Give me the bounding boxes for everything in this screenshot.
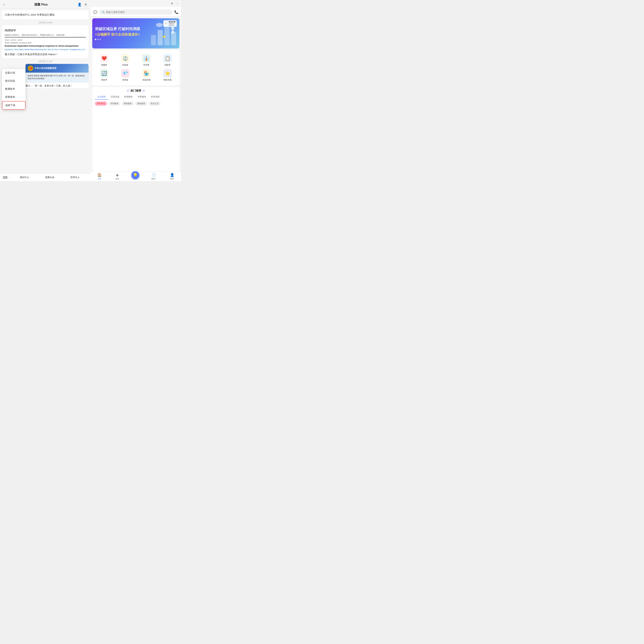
nature-logo: nature xyxy=(5,28,86,33)
menu-item-lecture[interactable]: 讲座发布 xyxy=(2,93,25,101)
service-item-0[interactable]: ❤️ 找服务 xyxy=(94,53,115,68)
right-nav-discover[interactable]: ◈ 发现 xyxy=(114,173,120,180)
service-icon-topic: ⭐ xyxy=(163,69,172,77)
nature-inner: nature Explore content ∨ About the journ… xyxy=(2,25,89,59)
phone-icon[interactable]: 📞 xyxy=(174,10,178,14)
search-icon: 🔍 xyxy=(102,11,105,13)
close-icon[interactable]: ✕ xyxy=(84,3,87,7)
service-icon-expert: 👔 xyxy=(142,54,151,63)
service-label-1: 找设备 xyxy=(122,64,128,66)
service-label-6: 优选店铺 xyxy=(142,78,150,81)
article-meta: Article | Published: 19 January 2022 xyxy=(5,42,86,44)
menu-item-instrument[interactable]: 仪器介绍 xyxy=(2,69,25,77)
left-bottom-bar: ⌨ 测试中心 国重头条 双带头人 xyxy=(0,174,91,181)
svg-rect-3 xyxy=(171,32,176,45)
domain-badge-0[interactable]: 服务领域 xyxy=(95,101,107,106)
service-icon-equipment: ⚖️ xyxy=(121,54,129,63)
popup-menu: 仪器介绍 前沿信息 检测技术 讲座发布 送样下单 xyxy=(2,69,25,110)
left-header: ‹ 国重 Plus 👤 ✕ xyxy=(0,0,91,9)
hot-deco-left: /// xyxy=(127,89,129,92)
svg-rect-1 xyxy=(158,30,163,45)
search-bar[interactable]: 🔍 xyxy=(99,9,173,15)
nature-nav: Explore content ∨ About the journal ∨ Pu… xyxy=(5,34,86,37)
hot-deco-right: /// xyxy=(143,89,145,92)
domain-badge-3[interactable]: 版权服务 xyxy=(135,101,147,106)
nature-nav-subscribe[interactable]: Subscribe xyxy=(56,34,65,36)
edu-card[interactable]: 🔴 中华人民共和国教育部 教育部 财政部 国家发展改革委 关于公布第二轮「双一流… xyxy=(25,64,89,83)
right-nav-policy[interactable]: 📄 政策+ xyxy=(150,173,157,180)
menu-item-frontier[interactable]: 前沿信息 xyxy=(2,77,25,85)
right-nav-home[interactable]: 🏠 首页 xyxy=(96,173,103,180)
search-input[interactable] xyxy=(106,11,170,13)
breadcrumb: nature › articles › article xyxy=(5,39,86,41)
service-item-5[interactable]: 💎 找资金 xyxy=(115,68,136,83)
left-header-right-icons: 👤 ✕ xyxy=(77,3,87,7)
service-item-1[interactable]: ⚖️ 找设备 xyxy=(115,53,136,68)
notice-card-text: 江南大学分析测试中心 2022 年寒假运行通知 xyxy=(5,13,86,17)
hot-tab-tech[interactable]: 科技成果 xyxy=(149,94,162,100)
right-more-icon[interactable]: ··· xyxy=(176,2,178,5)
bottom-nav-double-lead[interactable]: 双带头人 xyxy=(70,176,80,179)
right-close-icon[interactable]: ✕ xyxy=(171,2,173,5)
edu-header-title: 中华人民共和国教育部 xyxy=(35,67,56,70)
discover-label: 发现 xyxy=(115,178,119,180)
service-label-5: 找资金 xyxy=(122,78,128,81)
svg-point-7 xyxy=(163,22,169,26)
bottom-nav-test-center[interactable]: 测试中心 xyxy=(20,176,29,179)
bottom-nav-items: 测试中心 国重头条 双带头人 xyxy=(12,176,88,179)
service-label-3: 找政策 xyxy=(165,64,171,66)
hot-tab-expert[interactable]: 专家服务 xyxy=(135,94,149,100)
edu-card-body: 教育部 财政部 国家发展改革委 关于公布第二轮「双一流」建设高校及 建设学科名单… xyxy=(25,73,89,83)
banner-dot-3[interactable] xyxy=(100,39,101,40)
service-item-2[interactable]: 👔 找专家 xyxy=(136,53,157,68)
nature-nav-about[interactable]: About the journal ∨ xyxy=(22,34,38,36)
service-label-4: 找技术 xyxy=(101,78,107,81)
menu-item-order[interactable]: 送样下单 xyxy=(2,101,25,110)
service-icon-fund: 💎 xyxy=(121,69,129,77)
nature-card[interactable]: nature Explore content ∨ About the journ… xyxy=(2,25,89,59)
user-icon[interactable]: 👤 xyxy=(77,3,82,7)
menu-item-detection[interactable]: 检测技术 xyxy=(2,85,25,93)
discover-icon: ◈ xyxy=(116,173,119,177)
chat-bubble-icon[interactable]: 💬 xyxy=(93,10,97,14)
nature-nav-explore[interactable]: Explore content ∨ xyxy=(5,34,19,36)
edu-summary: 重大…「双一流」名单公布！江南…科入选！ xyxy=(25,83,89,88)
banner: 🕊️ 科创中国 创新资源 共享平台 突破区域边界 打破时间局限 =云端握手 助力… xyxy=(92,18,179,48)
domain-badge-2[interactable]: 商标服务 xyxy=(122,101,134,106)
notice-card[interactable]: 江南大学分析测试中心 2022 年寒假运行通知 xyxy=(2,10,89,19)
banner-dot-1[interactable] xyxy=(95,39,96,40)
right-nav-center-demand[interactable]: 💡 xyxy=(131,171,139,179)
home-icon: 🏠 xyxy=(97,173,102,177)
right-bottom-nav: 🏠 首页 ◈ 发现 💡 📄 政策+ 👤 我的 xyxy=(91,171,181,181)
bottom-nav-headlines[interactable]: 国重头条 xyxy=(45,176,55,179)
hot-tab-enterprise[interactable]: 企业服务 xyxy=(95,94,108,100)
service-icon-service: ❤️ xyxy=(100,54,108,63)
banner-dot-2[interactable] xyxy=(97,39,99,40)
service-domains: 服务领域 专利服务 商标服务 版权服务 高企认定 xyxy=(95,101,177,106)
keyboard-icon[interactable]: ⌨ xyxy=(3,175,8,179)
left-content: 江南大学分析测试中心 2022 年寒假运行通知 1月20日 10:04 natu… xyxy=(0,9,91,174)
left-header-title: 国重 Plus xyxy=(34,3,48,7)
hot-section: /// 热门推荐 /// 企业服务 仪器设备 检测服务 专家服务 科技成果 服务… xyxy=(92,87,179,171)
back-icon[interactable]: ‹ xyxy=(3,2,5,7)
policy-icon: 📄 xyxy=(152,173,156,177)
right-panel-top-header: ✕ ··· xyxy=(91,0,181,7)
timestamp-2: 2月15日 11:32 xyxy=(0,60,91,63)
right-search-header: 💬 🔍 📞 xyxy=(91,7,181,17)
domain-badge-4[interactable]: 高企认定 xyxy=(149,101,161,106)
service-item-4[interactable]: 🔄 找技术 xyxy=(94,68,115,83)
service-item-7[interactable]: ⭐ 精选专题 xyxy=(157,68,178,83)
service-label-2: 找专家 xyxy=(143,64,149,66)
service-item-6[interactable]: 🏪 优选店铺 xyxy=(136,68,157,83)
service-label-7: 精选专题 xyxy=(164,78,172,81)
right-nav-profile[interactable]: 👤 我的 xyxy=(169,173,176,180)
hot-tab-detection[interactable]: 检测服务 xyxy=(122,94,135,100)
svg-rect-5 xyxy=(172,30,174,34)
nature-nav-publish[interactable]: Publish with us ∨ xyxy=(40,34,54,36)
service-icon-shop: 🏪 xyxy=(142,69,151,77)
profile-label: 我的 xyxy=(170,178,174,180)
service-item-3[interactable]: 📋 找政策 xyxy=(157,53,178,68)
domain-badge-1[interactable]: 专利服务 xyxy=(108,101,120,106)
hot-tab-instrument[interactable]: 仪器设备 xyxy=(108,94,122,100)
article-authors: Liguang Xu, Xiuxiu Wang, Weiwei Wang, Ma… xyxy=(5,48,86,51)
